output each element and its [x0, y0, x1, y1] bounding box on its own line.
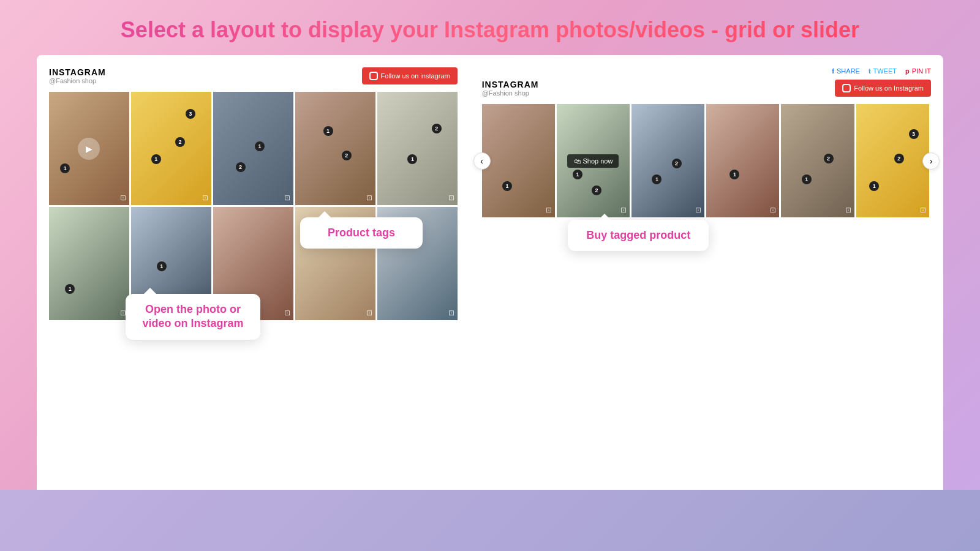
buy-tagged-label: Buy tagged product	[586, 229, 690, 241]
dot-badge-5a: 1	[407, 154, 417, 164]
facebook-share[interactable]: f SHARE	[832, 67, 860, 75]
dot-s6b: 2	[894, 154, 904, 163]
ig-watermark-8: ⊡	[284, 309, 290, 317]
instagram-icon-right	[842, 84, 851, 92]
ig-watermark-s2: ⊡	[620, 206, 627, 214]
grid-instagram-header: INSTAGRAM @Fashion shop Follow us on ins…	[49, 67, 458, 84]
grid-photo-3[interactable]: ⊡ 2 1	[213, 92, 293, 205]
grid-brand-handle: @Fashion shop	[49, 77, 106, 84]
bottom-decorative-strip	[0, 490, 980, 551]
slider-photo-3[interactable]: ⊡ 1 2	[631, 104, 704, 217]
photo-grid: ⊡ ▶ 1 ⊡ 1 2 3 ⊡ 2 1 ⊡ 1 2 ⊡	[49, 92, 458, 320]
pin-icon: p	[905, 67, 910, 75]
slider-right-arrow[interactable]: ›	[922, 152, 940, 170]
tw-label: TWEET	[873, 67, 897, 75]
dot-badge-2c: 3	[186, 109, 195, 119]
dot-badge-4a: 1	[323, 126, 333, 136]
grid-follow-label: Follow us on instagram	[381, 72, 450, 80]
dot-s5b: 2	[824, 154, 834, 163]
grid-photo-1[interactable]: ⊡ ▶ 1	[49, 92, 129, 205]
dot-s1a: 1	[502, 181, 512, 191]
ig-watermark-s5: ⊡	[845, 206, 851, 214]
fb-label: SHARE	[837, 67, 860, 75]
dot-badge-4b: 2	[342, 151, 352, 160]
slider-photo-6[interactable]: ⊡ 1 2 3	[856, 104, 929, 217]
ig-watermark-1: ⊡	[120, 193, 126, 202]
slider-photo-5[interactable]: ⊡ 1 2	[781, 104, 854, 217]
slider-brand-name: INSTAGRAM	[482, 80, 539, 89]
slider-photo-4[interactable]: ⊡ 1	[706, 104, 779, 217]
ig-watermark-5: ⊡	[448, 193, 454, 202]
dot-s3b: 2	[672, 159, 682, 168]
dot-badge-3a: 2	[236, 162, 246, 172]
pin-label: PIN IT	[912, 67, 931, 75]
dot-s3a: 1	[652, 174, 662, 184]
chevron-right-icon: ›	[930, 156, 933, 166]
dot-s4a: 1	[729, 170, 739, 179]
grid-photo-2[interactable]: ⊡ 1 2 3	[131, 92, 211, 205]
open-photo-label: Open the photo or video on Instagram	[142, 303, 243, 329]
dot-s6a: 1	[869, 181, 879, 191]
dot-badge-2a: 1	[151, 154, 161, 164]
chevron-left-icon: ‹	[480, 156, 483, 166]
ig-watermark-s6: ⊡	[920, 206, 926, 214]
shop-now-label: Shop now	[583, 157, 613, 165]
slider-panel: f SHARE t TWEET p PIN IT INSTAGRAM @Fash…	[470, 55, 943, 533]
slider-follow-button[interactable]: Follow us on Instagram	[835, 80, 931, 97]
product-tags-tooltip: Product tags	[300, 217, 423, 249]
dot-badge-6a: 1	[65, 284, 75, 294]
open-photo-tooltip: Open the photo or video on Instagram	[126, 294, 260, 340]
ig-watermark-2: ⊡	[202, 193, 208, 202]
dot-badge-5b: 2	[432, 124, 442, 133]
ig-watermark-s4: ⊡	[770, 206, 776, 214]
grid-photo-4[interactable]: ⊡ 1 2	[295, 92, 375, 205]
dot-badge-2b: 2	[175, 137, 185, 147]
pinterest-share[interactable]: p PIN IT	[905, 67, 931, 75]
dot-badge-7a: 1	[157, 261, 167, 271]
page-title: Select a layout to display your Instagra…	[0, 0, 980, 55]
grid-follow-button[interactable]: Follow us on instagram	[362, 67, 458, 84]
twitter-share[interactable]: t TWEET	[869, 67, 897, 75]
instagram-icon	[369, 72, 378, 80]
ig-watermark-4: ⊡	[366, 193, 372, 202]
ig-watermark-10: ⊡	[448, 309, 454, 317]
dot-s2a: 1	[573, 170, 582, 179]
dot-s5a: 1	[802, 174, 812, 184]
slider-instagram-header: INSTAGRAM @Fashion shop Follow us on Ins…	[482, 80, 931, 97]
play-button-1[interactable]: ▶	[78, 138, 100, 160]
ig-watermark-s3: ⊡	[695, 206, 701, 214]
grid-brand: INSTAGRAM @Fashion shop	[49, 67, 106, 84]
grid-photo-5[interactable]: ⊡ 1 2	[377, 92, 458, 205]
slider-left-arrow[interactable]: ‹	[473, 152, 491, 170]
slider-brand-handle: @Fashion shop	[482, 89, 539, 97]
slider-photos-container: ⊡ 1 ⊡ 1 2 🛍 Shop now ⊡ 1 2 ⊡	[482, 104, 931, 217]
slider-photo-2[interactable]: ⊡ 1 2 🛍 Shop now	[557, 104, 630, 217]
dot-s6c: 3	[909, 129, 919, 139]
grid-brand-name: INSTAGRAM	[49, 67, 106, 77]
product-tags-label: Product tags	[328, 227, 395, 239]
ig-watermark-9: ⊡	[366, 309, 372, 317]
fb-icon: f	[832, 67, 834, 75]
photo-slider: ‹ ⊡ 1 ⊡ 1 2 🛍 Shop now ⊡ 1	[482, 104, 931, 217]
grid-photo-6[interactable]: ⊡ 1	[49, 207, 129, 320]
shop-now-button[interactable]: 🛍 Shop now	[568, 154, 619, 168]
tw-icon: t	[869, 67, 871, 75]
dot-badge-1: 1	[60, 163, 70, 173]
slider-follow-label: Follow us on Instagram	[854, 84, 924, 92]
dot-badge-3b: 1	[255, 141, 265, 151]
slider-brand: INSTAGRAM @Fashion shop	[482, 80, 539, 97]
slider-photo-1[interactable]: ⊡ 1	[482, 104, 555, 217]
ig-watermark-s1: ⊡	[546, 206, 552, 214]
ig-watermark-3: ⊡	[284, 193, 290, 202]
dot-s2b: 2	[592, 186, 601, 195]
buy-tagged-product-tooltip: Buy tagged product	[568, 220, 709, 251]
grid-panel: INSTAGRAM @Fashion shop Follow us on ins…	[37, 55, 470, 533]
share-bar: f SHARE t TWEET p PIN IT	[482, 67, 931, 75]
